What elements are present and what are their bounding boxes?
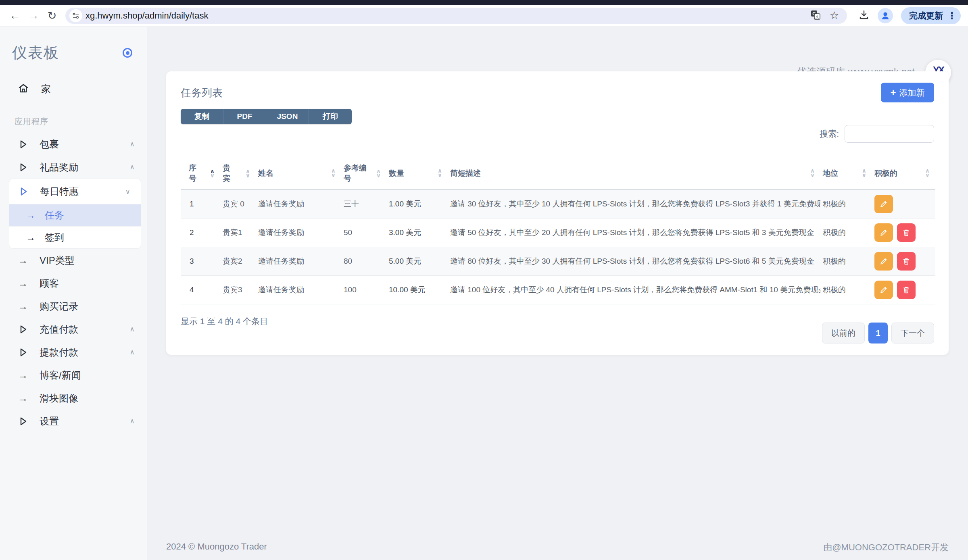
delete-button[interactable] <box>897 252 916 271</box>
sidebar-title: 仪表板 <box>12 43 59 63</box>
window-titlebar <box>0 0 968 5</box>
play-icon <box>18 347 28 358</box>
page-footer: 2024 © Muongozo Trader 由@MUONGOZOTRADER开… <box>166 541 949 554</box>
address-bar[interactable]: xg.hwym.shop/admin/daily/task G 文 ☆ <box>65 8 847 24</box>
arrow-right-icon: → <box>18 301 28 312</box>
arrow-right-icon: → <box>18 393 28 404</box>
page-number-button[interactable]: 1 <box>868 323 888 343</box>
sidebar-collapse-icon[interactable] <box>123 48 132 58</box>
copy-button[interactable]: 复制 <box>181 109 223 124</box>
developer-credit: 由@MUONGOZOTRADER开发 <box>823 541 949 554</box>
json-button[interactable]: JSON <box>266 109 309 124</box>
column-header-ref[interactable]: 参考编号 ∧∨ <box>341 157 386 189</box>
sidebar-item-settings[interactable]: 设置 ∧ <box>0 410 147 433</box>
back-icon[interactable]: ← <box>7 8 23 23</box>
status-value: 积极的 <box>820 189 872 218</box>
sort-carets[interactable]: ∧∨ <box>331 169 336 177</box>
table-info: 显示 1 至 4 的 4 个条目 <box>181 316 934 327</box>
sidebar-item-tasks[interactable]: → 任务 <box>9 204 141 226</box>
table-row: 1 贵宾 0 邀请任务奖励 三十 1.00 美元 邀请 30 位好友，其中至少 … <box>181 189 935 218</box>
sidebar-item-home[interactable]: 家 <box>0 77 147 101</box>
sort-carets[interactable]: ∧∨ <box>862 169 866 177</box>
column-header-vip[interactable]: 贵宾 ∧∨ <box>220 157 256 189</box>
page-title: 任务列表 <box>181 71 934 100</box>
status-value: 积极的 <box>820 247 872 275</box>
sidebar-item-withdraw-payments[interactable]: 提款付款 ∧ <box>0 341 147 364</box>
previous-page-button[interactable]: 以前的 <box>822 323 865 343</box>
play-icon <box>18 416 28 427</box>
chevron-down-icon: ∨ <box>125 187 130 196</box>
chevron-up-icon: ∧ <box>130 325 135 333</box>
pencil-icon <box>879 285 888 294</box>
search-input[interactable] <box>845 125 934 143</box>
sort-carets[interactable]: ∧∨ <box>810 169 815 177</box>
profile-avatar-icon[interactable] <box>878 8 893 23</box>
trash-icon <box>902 228 911 237</box>
column-header-qty[interactable]: 数量 ∧∨ <box>386 157 448 189</box>
edit-button[interactable] <box>874 195 893 213</box>
edit-button[interactable] <box>874 223 893 242</box>
trash-icon <box>902 285 911 294</box>
translate-icon[interactable]: G 文 <box>810 10 821 22</box>
play-icon <box>18 324 28 335</box>
pencil-icon <box>879 228 888 237</box>
column-header-name[interactable]: 姓名 ∧∨ <box>256 157 341 189</box>
task-list-card: 任务列表 复制 PDF JSON 打印 + 添加新 搜索: <box>166 71 949 355</box>
bookmark-star-icon[interactable]: ☆ <box>830 9 839 22</box>
browser-menu-icon[interactable]: ⋮ <box>947 10 957 21</box>
sidebar-item-deposit-payments[interactable]: 充值付款 ∧ <box>0 318 147 341</box>
main-content: 优选源码库 www.yxymk.net YX 优选源码库 任务列表 复制 PDF… <box>147 27 968 560</box>
home-icon <box>18 83 29 96</box>
delete-button[interactable] <box>897 281 916 299</box>
download-icon[interactable] <box>858 9 870 22</box>
next-page-button[interactable]: 下一个 <box>891 323 934 343</box>
play-icon <box>18 162 28 173</box>
sidebar-item-packages[interactable]: 包裹 ∧ <box>0 133 147 156</box>
delete-button[interactable] <box>897 223 916 242</box>
forward-icon[interactable]: → <box>26 8 41 23</box>
column-header-desc[interactable]: 简短描述 ∧∨ <box>448 157 820 189</box>
sort-carets[interactable]: ∧∨ <box>210 169 215 178</box>
url-text[interactable]: xg.hwym.shop/admin/daily/task <box>86 10 810 21</box>
plus-icon: + <box>890 87 896 98</box>
chevron-up-icon: ∧ <box>130 348 135 356</box>
add-new-button[interactable]: + 添加新 <box>881 83 934 102</box>
sort-carets[interactable]: ∧∨ <box>246 169 250 178</box>
pagination: 以前的 1 下一个 <box>822 323 934 343</box>
sidebar-item-checkin[interactable]: → 签到 <box>9 226 141 248</box>
sidebar-item-gift-rewards[interactable]: 礼品奖励 ∧ <box>0 156 147 179</box>
edit-button[interactable] <box>874 252 893 271</box>
table-row: 2 贵宾1 邀请任务奖励 50 3.00 美元 邀请 50 位好友，其中至少 2… <box>181 218 935 247</box>
arrow-right-icon: → <box>18 370 28 381</box>
edit-button[interactable] <box>874 281 893 299</box>
arrow-right-icon: → <box>18 255 28 266</box>
reload-icon[interactable]: ↻ <box>44 8 60 23</box>
sort-carets[interactable]: ∧∨ <box>925 169 930 177</box>
pdf-button[interactable]: PDF <box>223 109 266 124</box>
copyright-text: 2024 © Muongozo Trader <box>166 541 267 554</box>
sidebar-item-customers[interactable]: → 顾客 <box>0 272 147 295</box>
sort-carets[interactable]: ∧∨ <box>438 169 442 177</box>
browser-update-button[interactable]: 完成更新 ⋮ <box>901 7 961 24</box>
status-value: 积极的 <box>820 275 872 304</box>
chevron-up-icon: ∧ <box>130 163 135 171</box>
table-header-row: 序号 ∧∨ 贵宾 ∧∨ 姓名 ∧∨ 参考编号 ∧∨ <box>181 157 935 189</box>
arrow-right-icon: → <box>25 232 36 243</box>
pencil-icon <box>879 257 888 266</box>
sort-carets[interactable]: ∧∨ <box>376 169 381 178</box>
column-header-seq[interactable]: 序号 ∧∨ <box>181 157 220 189</box>
sidebar-section-label: 应用程序 <box>0 116 147 127</box>
sidebar-group-daily-specials: 每日特惠 ∨ → 任务 → 签到 <box>9 179 141 249</box>
sidebar-item-blog-news[interactable]: → 博客/新闻 <box>0 364 147 387</box>
sidebar-item-slider-images[interactable]: → 滑块图像 <box>0 387 147 410</box>
browser-toolbar: ← → ↻ xg.hwym.shop/admin/daily/task G <box>0 5 968 26</box>
chevron-up-icon: ∧ <box>130 140 135 148</box>
chevron-up-icon: ∧ <box>130 417 135 425</box>
site-info-icon[interactable] <box>69 9 82 22</box>
sidebar-item-purchase-records[interactable]: → 购买记录 <box>0 295 147 318</box>
print-button[interactable]: 打印 <box>309 109 352 124</box>
column-header-active[interactable]: 积极的 ∧∨ <box>872 157 935 189</box>
sidebar-item-vip-types[interactable]: → VIP类型 <box>0 249 147 272</box>
column-header-status[interactable]: 地位 ∧∨ <box>820 157 872 189</box>
sidebar-item-daily-specials[interactable]: 每日特惠 ∨ <box>9 179 141 204</box>
